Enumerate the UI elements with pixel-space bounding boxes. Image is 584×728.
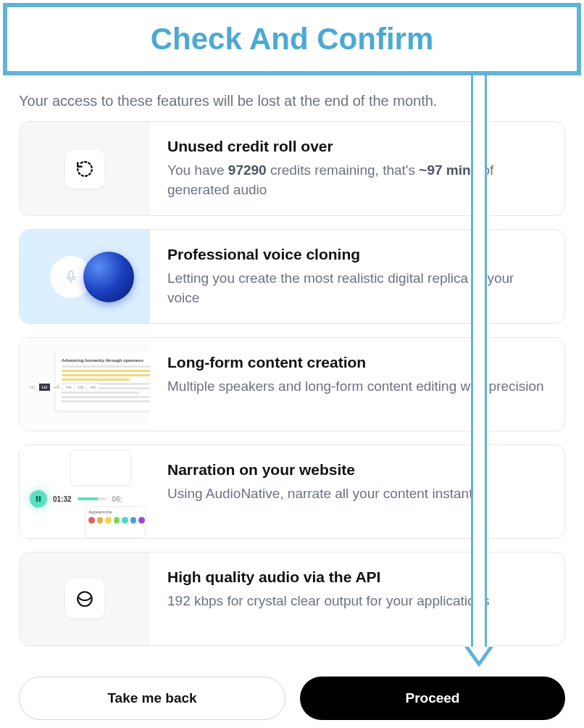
proceed-button[interactable]: Proceed <box>300 677 565 720</box>
feature-title: Professional voice cloning <box>167 246 547 263</box>
feature-icon-area <box>20 230 150 323</box>
feature-icon-area: Advancing humanity through openness H1 H… <box>20 338 150 431</box>
features-list: Unused credit roll over You have 97290 c… <box>0 121 584 646</box>
desc-prefix: You have <box>167 162 228 178</box>
feature-icon-area <box>20 553 150 645</box>
page-title: Check And Confirm <box>22 22 562 57</box>
time-total: 06: <box>112 495 122 503</box>
header-banner: Check And Confirm <box>3 3 581 75</box>
feature-desc: Using AudioNative, narrate all your cont… <box>167 484 547 504</box>
feature-desc: 192 kbps for crystal clear output for yo… <box>167 592 547 611</box>
feature-card-api: High quality audio via the API 192 kbps … <box>19 552 565 646</box>
h-tab: H4 <box>63 384 75 391</box>
appearance-label: Appearance <box>85 507 145 517</box>
svg-rect-0 <box>69 271 73 278</box>
feature-content: Narration on your website Using AudioNat… <box>150 445 564 538</box>
h-tab: H5 <box>75 384 87 391</box>
narration-thumbnail: 01:32 06: Appearance <box>20 445 150 538</box>
subtitle-text: Your access to these features will be lo… <box>0 78 584 121</box>
feature-card-credits: Unused credit roll over You have 97290 c… <box>19 121 565 216</box>
feature-title: Narration on your website <box>167 461 547 479</box>
color-dots <box>88 517 145 524</box>
feature-content: Long-form content creation Multiple spea… <box>150 338 564 431</box>
h-tab: H3 <box>51 384 62 391</box>
feature-card-narration: 01:32 06: Appearance <box>19 444 565 539</box>
feature-card-voice-cloning: Professional voice cloning Letting you c… <box>19 229 565 324</box>
doc-title: Advancing humanity through openness <box>62 358 150 363</box>
feature-content: High quality audio via the API 192 kbps … <box>150 553 564 645</box>
credits-value: 97290 <box>228 162 267 178</box>
minutes-value: ~97 mins <box>419 162 478 178</box>
feature-content: Unused credit roll over You have 97290 c… <box>150 122 564 215</box>
button-row: Take me back Proceed <box>0 659 584 720</box>
feature-title: High quality audio via the API <box>167 568 547 586</box>
feature-content: Professional voice cloning Letting you c… <box>150 230 564 323</box>
feature-icon-area: 01:32 06: Appearance <box>20 445 150 538</box>
h-tab: H1 <box>27 384 38 391</box>
feature-desc: Letting you create the most realistic di… <box>167 269 547 307</box>
feature-desc: Multiple speakers and long-form content … <box>167 377 547 397</box>
h-tab: H6 <box>87 384 99 391</box>
time-current: 01:32 <box>53 495 72 503</box>
voice-sphere-icon <box>83 252 134 302</box>
svg-rect-1 <box>36 496 38 502</box>
feature-icon-area <box>20 122 150 215</box>
take-me-back-button[interactable]: Take me back <box>19 677 285 720</box>
feature-card-long-form: Advancing humanity through openness H1 H… <box>19 337 565 431</box>
svg-rect-2 <box>39 496 41 502</box>
document-thumbnail: Advancing humanity through openness H1 H… <box>20 338 150 431</box>
pause-icon <box>30 490 47 508</box>
audio-player: 01:32 06: <box>30 490 122 508</box>
progress-bar <box>78 497 107 500</box>
feature-desc: You have 97290 credits remaining, that's… <box>167 161 547 199</box>
api-quality-icon <box>65 579 104 619</box>
h-tab: H2 <box>39 384 51 391</box>
desc-mid: credits remaining, that's <box>267 162 420 178</box>
rollover-icon <box>65 149 104 189</box>
feature-title: Unused credit roll over <box>167 138 547 155</box>
heading-tabs: H1 H2 H3 H4 H5 H6 <box>27 384 99 391</box>
feature-title: Long-form content creation <box>167 354 547 371</box>
